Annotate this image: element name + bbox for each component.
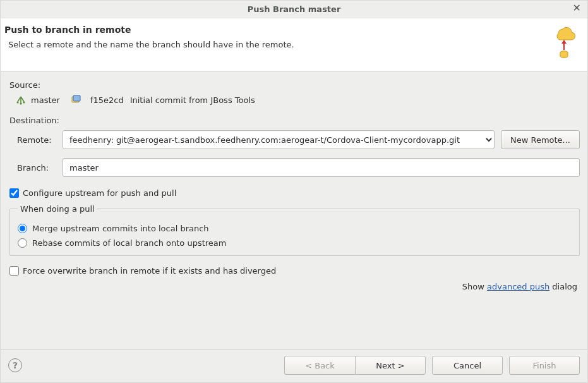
destination-label: Destination:: [9, 116, 580, 125]
commit-icon: [71, 95, 81, 106]
rebase-option-row: Rebase commits of local branch onto upst…: [18, 238, 572, 248]
source-row: master f15e2cd Initial commit from JBoss…: [9, 95, 580, 106]
rebase-radio[interactable]: [18, 238, 27, 248]
force-overwrite-row: Force overwrite branch in remote if it e…: [9, 266, 580, 276]
push-cloud-icon: [552, 23, 579, 62]
wizard-content: Source: master f15e2cd Initial commit fr…: [1, 71, 587, 349]
force-overwrite-checkbox[interactable]: [9, 266, 19, 276]
merge-radio[interactable]: [18, 224, 27, 233]
branch-label: Branch:: [17, 163, 56, 173]
rebase-label: Rebase commits of local branch onto upst…: [32, 238, 226, 248]
branch-icon: [16, 96, 26, 105]
new-remote-button[interactable]: New Remote...: [501, 130, 580, 149]
finish-button[interactable]: Finish: [509, 356, 580, 375]
configure-upstream-label: Configure upstream for push and pull: [23, 188, 176, 198]
force-overwrite-label: Force overwrite branch in remote if it e…: [23, 266, 276, 276]
pull-strategy-group: When doing a pull Merge upstream commits…: [9, 204, 580, 256]
remote-select[interactable]: feedhenry: git@aerogear-t.sandbox.feedhe…: [63, 130, 495, 149]
header-subtitle: Select a remote and the name the branch …: [4, 40, 546, 49]
source-commit-message: Initial commit from JBoss Tools: [130, 95, 255, 105]
remote-row: Remote: feedhenry: git@aerogear-t.sandbo…: [9, 130, 580, 149]
wizard-header: Push to branch in remote Select a remote…: [1, 18, 587, 71]
close-icon[interactable]: ✕: [573, 3, 581, 13]
svg-rect-7: [73, 95, 80, 101]
back-button[interactable]: < Back: [284, 356, 355, 375]
configure-upstream-row: Configure upstream for push and pull: [9, 188, 580, 198]
header-title: Push to branch in remote: [4, 25, 546, 35]
source-commit-hash: f15e2cd: [90, 95, 124, 105]
pull-group-title: When doing a pull: [18, 204, 97, 214]
help-icon[interactable]: ?: [8, 358, 22, 372]
svg-point-5: [20, 102, 21, 104]
branch-input[interactable]: [63, 158, 580, 177]
wizard-footer: ? < Back Next > Cancel Finish: [1, 349, 587, 382]
advanced-push-row: Show advanced push dialog: [9, 282, 580, 291]
svg-point-3: [16, 101, 18, 103]
next-button[interactable]: Next >: [355, 356, 426, 375]
branch-row: Branch:: [9, 158, 580, 177]
svg-point-4: [23, 101, 25, 103]
push-branch-wizard: Push Branch master ✕ Push to branch in r…: [0, 0, 588, 383]
cancel-button[interactable]: Cancel: [432, 356, 503, 375]
svg-marker-1: [561, 40, 567, 44]
source-branch-name: master: [31, 95, 60, 105]
titlebar: Push Branch master ✕: [1, 1, 587, 18]
merge-option-row: Merge upstream commits into local branch: [18, 224, 572, 233]
adv-prefix: Show: [462, 282, 487, 291]
source-label: Source:: [9, 80, 580, 90]
advanced-push-link[interactable]: advanced push: [487, 282, 549, 291]
merge-label: Merge upstream commits into local branch: [32, 224, 209, 233]
dialog-title: Push Branch master: [248, 4, 341, 14]
adv-suffix: dialog: [549, 282, 577, 291]
remote-label: Remote:: [17, 135, 56, 145]
configure-upstream-checkbox[interactable]: [9, 188, 19, 198]
